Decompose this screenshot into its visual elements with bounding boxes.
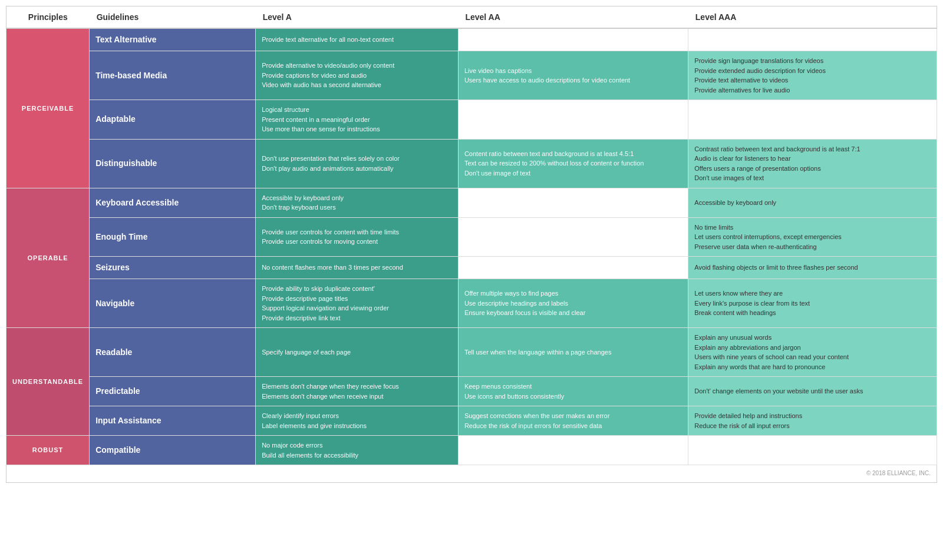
level-aaa-cell: Don't' change elements on your website u…	[688, 377, 937, 406]
level-a-cell: No content flashes more than 3 times per…	[256, 257, 459, 279]
guideline-cell: Distinguishable	[90, 139, 256, 188]
level-aaa-cell: Provide detailed help and instructionsRe…	[688, 406, 937, 436]
level-a-cell: Clearly identify input errorsLabel eleme…	[256, 406, 459, 436]
footer-text: © 2018 ELLIANCE, INC.	[6, 465, 937, 483]
level-a-cell: Provide user controls for content with t…	[256, 217, 459, 257]
level-a-cell: Provide ability to skip duplicate conten…	[256, 279, 459, 328]
table-row: DistinguishableDon't use presentation th…	[6, 139, 937, 188]
level-aa-cell: Suggest corrections when the user makes …	[458, 406, 688, 436]
level-aaa-cell	[688, 28, 937, 51]
level-a-cell: Provide alternative to video/audio only …	[256, 51, 459, 100]
table-row: PredictableElements don't change when th…	[6, 377, 937, 406]
level-aaa-cell: Accessible by keyboard only	[688, 188, 937, 217]
table-row: Time-based MediaProvide alternative to v…	[6, 51, 937, 100]
level-a-cell: Provide text alternative for all non-tex…	[256, 28, 459, 51]
table-row: PERCEIVABLEText AlternativeProvide text …	[6, 28, 937, 51]
level-a-cell: Accessible by keyboard onlyDon't trap ke…	[256, 188, 459, 217]
header-guidelines: Guidelines	[90, 6, 256, 29]
level-aaa-cell: Explain any unusual wordsExplain any abb…	[688, 328, 937, 377]
table-row: UNDERSTANDABLEReadableSpecify language o…	[6, 328, 937, 377]
level-aa-cell	[458, 217, 688, 257]
level-a-cell: Specify language of each page	[256, 328, 459, 377]
level-aa-cell: Live video has captionsUsers have access…	[458, 51, 688, 100]
level-a-cell: Elements don't change when they receive …	[256, 377, 459, 406]
guideline-cell: Keyboard Accessible	[90, 188, 256, 217]
principle-cell: OPERABLE	[6, 188, 90, 328]
guideline-cell: Time-based Media	[90, 51, 256, 100]
footer-row: © 2018 ELLIANCE, INC.	[6, 465, 937, 483]
level-a-cell: No major code errorsBuild all elements f…	[256, 436, 459, 465]
level-aa-cell: Keep menus consistentUse icons and butto…	[458, 377, 688, 406]
level-aa-cell	[458, 100, 688, 140]
principle-cell: UNDERSTANDABLE	[6, 328, 90, 436]
level-aaa-cell	[688, 436, 937, 465]
level-aa-cell	[458, 436, 688, 465]
table-row: Input AssistanceClearly identify input e…	[6, 406, 937, 436]
level-aaa-cell: Avoid flashing objects or limit to three…	[688, 257, 937, 279]
header-level-aaa: Level AAA	[688, 6, 937, 29]
level-aaa-cell	[688, 100, 937, 140]
table-row: AdaptableLogical structurePresent conten…	[6, 100, 937, 140]
guideline-cell: Text Alternative	[90, 28, 256, 51]
level-aaa-cell: Let users know where they areEvery link'…	[688, 279, 937, 328]
header-principles: Principles	[6, 6, 90, 29]
table-row: ROBUSTCompatibleNo major code errorsBuil…	[6, 436, 937, 465]
guideline-cell: Adaptable	[90, 100, 256, 140]
table-row: OPERABLEKeyboard AccessibleAccessible by…	[6, 188, 937, 217]
guideline-cell: Input Assistance	[90, 406, 256, 436]
level-aaa-cell: Contrast ratio between text and backgrou…	[688, 139, 937, 188]
level-aa-cell	[458, 257, 688, 279]
principle-cell: PERCEIVABLE	[6, 28, 90, 188]
level-a-cell: Don't use presentation that relies solel…	[256, 139, 459, 188]
level-a-cell: Logical structurePresent content in a me…	[256, 100, 459, 140]
wcag-table: Principles Guidelines Level A Level AA L…	[6, 6, 937, 483]
guideline-cell: Enough Time	[90, 217, 256, 257]
guideline-cell: Compatible	[90, 436, 256, 465]
header-level-aa: Level AA	[458, 6, 688, 29]
level-aa-cell	[458, 28, 688, 51]
guideline-cell: Navigable	[90, 279, 256, 328]
table-row: SeizuresNo content flashes more than 3 t…	[6, 257, 937, 279]
level-aa-cell: Tell user when the language within a pag…	[458, 328, 688, 377]
header-level-a: Level A	[256, 6, 459, 29]
table-row: NavigableProvide ability to skip duplica…	[6, 279, 937, 328]
level-aa-cell: Content ratio between text and backgroun…	[458, 139, 688, 188]
guideline-cell: Readable	[90, 328, 256, 377]
table-header: Principles Guidelines Level A Level AA L…	[6, 6, 937, 29]
level-aaa-cell: No time limitsLet users control interrup…	[688, 217, 937, 257]
table-row: Enough TimeProvide user controls for con…	[6, 217, 937, 257]
guideline-cell: Seizures	[90, 257, 256, 279]
level-aa-cell: Offer multiple ways to find pagesUse des…	[458, 279, 688, 328]
level-aa-cell	[458, 188, 688, 217]
guideline-cell: Predictable	[90, 377, 256, 406]
principle-cell: ROBUST	[6, 436, 90, 465]
level-aaa-cell: Provide sign language translations for v…	[688, 51, 937, 100]
